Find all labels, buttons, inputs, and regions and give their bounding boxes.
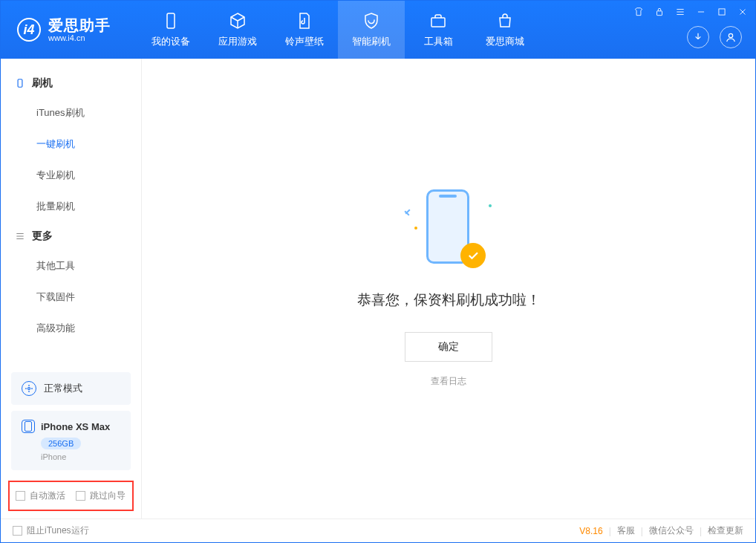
lock-icon[interactable]: [653, 5, 666, 19]
device-name: iPhone XS Max: [41, 421, 110, 432]
sidebar-group-flash: 刷机: [1, 69, 141, 97]
phone-icon: [161, 11, 180, 30]
nav-label: 工具箱: [424, 35, 453, 48]
device-card[interactable]: iPhone XS Max 256GB iPhone: [11, 411, 131, 470]
sidebar-item-download-firmware[interactable]: 下载固件: [1, 282, 141, 313]
group-label: 更多: [32, 230, 53, 243]
minimize-button[interactable]: [694, 5, 708, 19]
mode-card[interactable]: 正常模式: [11, 372, 131, 405]
footer-right: V8.16 | 客服 | 微信公众号 | 检查更新: [579, 524, 743, 537]
toolbox-icon: [428, 11, 448, 30]
check-icon: [460, 243, 486, 268]
device-type: iPhone: [41, 452, 120, 461]
nav-label: 我的设备: [151, 35, 190, 48]
nav-store[interactable]: 爱思商城: [472, 1, 538, 59]
music-file-icon: [295, 11, 314, 30]
checkbox-block-itunes[interactable]: 阻止iTunes运行: [13, 524, 89, 537]
app-url: www.i4.cn: [48, 33, 111, 42]
success-message: 恭喜您，保资料刷机成功啦！: [357, 290, 541, 310]
mode-label: 正常模式: [44, 382, 82, 395]
sidebar-item-batch-flash[interactable]: 批量刷机: [1, 191, 141, 222]
checkbox-auto-activate[interactable]: 自动激活: [16, 490, 65, 502]
sidebar-item-pro-flash[interactable]: 专业刷机: [1, 160, 141, 191]
nav-label: 应用游戏: [218, 35, 257, 48]
sidebar-item-other-tools[interactable]: 其他工具: [1, 250, 141, 282]
sidebar-item-itunes-flash[interactable]: iTunes刷机: [1, 97, 141, 129]
version-label: V8.16: [579, 526, 602, 536]
checkbox-icon: [16, 491, 25, 501]
wechat-link[interactable]: 微信公众号: [649, 524, 694, 537]
nav-ringtone-wallpaper[interactable]: 铃声壁纸: [271, 1, 338, 59]
svg-rect-0: [167, 13, 175, 28]
ok-button[interactable]: 确定: [405, 332, 492, 362]
nav-smart-flash[interactable]: 智能刷机: [338, 1, 405, 59]
titlebar: i4 爱思助手 www.i4.cn 我的设备 应用游戏 铃声壁纸 智能刷机: [1, 1, 755, 59]
view-log-link[interactable]: 查看日志: [431, 375, 466, 388]
logo-text: 爱思助手 www.i4.cn: [48, 17, 111, 42]
shirt-icon[interactable]: [632, 5, 645, 19]
success-illustration: [404, 189, 493, 271]
nav-toolbox[interactable]: 工具箱: [405, 1, 472, 59]
phone-icon: [22, 420, 35, 433]
list-icon: [14, 230, 26, 242]
checkbox-label: 跳过向导: [90, 490, 126, 502]
svg-rect-1: [431, 18, 445, 27]
main-content: 恭喜您，保资料刷机成功啦！ 确定 查看日志: [142, 59, 755, 518]
body: 刷机 iTunes刷机 一键刷机 专业刷机 批量刷机 更多 其他工具 下载固件 …: [1, 59, 755, 518]
nav-apps-games[interactable]: 应用游戏: [204, 1, 271, 59]
group-label: 刷机: [32, 77, 53, 90]
sidebar-item-advanced[interactable]: 高级功能: [1, 313, 141, 344]
window-controls: [632, 5, 749, 19]
logo-icon: i4: [17, 18, 41, 42]
download-button[interactable]: [687, 26, 709, 48]
checkbox-label: 阻止iTunes运行: [27, 524, 89, 537]
cube-icon: [228, 11, 247, 30]
checkbox-label: 自动激活: [30, 490, 65, 502]
svg-point-6: [28, 388, 30, 390]
app-name: 爱思助手: [48, 17, 111, 33]
device-icon: [14, 77, 26, 89]
nav-my-device[interactable]: 我的设备: [137, 1, 204, 59]
header-right: [687, 26, 742, 48]
bag-icon: [495, 11, 515, 30]
close-button[interactable]: [736, 5, 749, 19]
support-link[interactable]: 客服: [617, 524, 635, 537]
checkbox-skip-guide[interactable]: 跳过向导: [76, 490, 126, 502]
svg-point-4: [729, 33, 732, 37]
svg-rect-2: [657, 11, 662, 16]
nav-label: 智能刷机: [352, 35, 391, 48]
checkbox-icon: [76, 491, 85, 501]
options-highlighted: 自动激活 跳过向导: [8, 481, 134, 511]
svg-rect-3: [719, 9, 725, 15]
top-nav: 我的设备 应用游戏 铃声壁纸 智能刷机 工具箱 爱思商城: [137, 1, 538, 59]
app-window: i4 爱思助手 www.i4.cn 我的设备 应用游戏 铃声壁纸 智能刷机: [0, 0, 756, 543]
svg-rect-5: [18, 79, 22, 88]
menu-icon[interactable]: [674, 5, 687, 19]
sidebar-item-oneclick-flash[interactable]: 一键刷机: [1, 129, 141, 160]
check-update-link[interactable]: 检查更新: [708, 524, 743, 537]
sidebar: 刷机 iTunes刷机 一键刷机 专业刷机 批量刷机 更多 其他工具 下载固件 …: [1, 59, 142, 518]
logo-area: i4 爱思助手 www.i4.cn: [1, 17, 127, 42]
footer: 阻止iTunes运行 V8.16 | 客服 | 微信公众号 | 检查更新: [1, 518, 755, 542]
nav-label: 爱思商城: [486, 35, 524, 48]
user-button[interactable]: [720, 26, 742, 48]
refresh-shield-icon: [362, 11, 381, 30]
nav-label: 铃声壁纸: [285, 35, 324, 48]
maximize-button[interactable]: [715, 5, 729, 19]
mode-icon: [22, 381, 36, 396]
checkbox-icon: [13, 526, 22, 536]
sidebar-group-more: 更多: [1, 222, 141, 250]
device-capacity: 256GB: [41, 438, 81, 449]
